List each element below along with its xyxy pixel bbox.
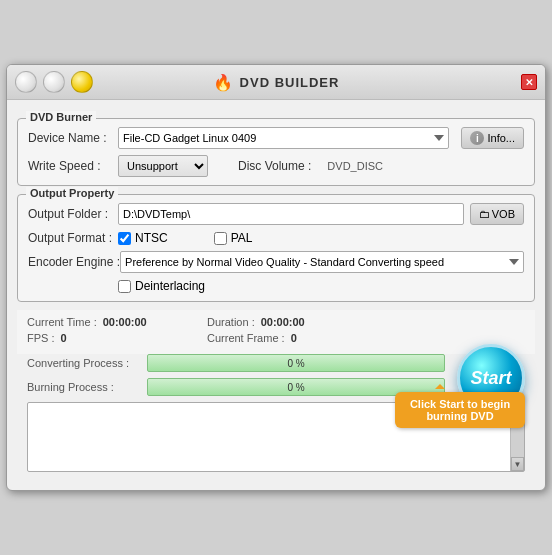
fps-item: FPS : 0 bbox=[27, 332, 187, 344]
ntsc-checkbox[interactable] bbox=[118, 232, 131, 245]
restore-button[interactable] bbox=[71, 71, 93, 93]
current-time-item: Current Time : 00:00:00 bbox=[27, 316, 187, 328]
encoder-row: Preference by Normal Video Quality - Sta… bbox=[120, 251, 524, 273]
deinterlacing-wrap: Deinterlacing bbox=[118, 279, 205, 293]
burning-percent: 0 % bbox=[287, 382, 304, 393]
start-button-container: Start Click Start to begin burning DVD C… bbox=[27, 354, 525, 396]
dvd-burner-title: DVD Burner bbox=[26, 111, 96, 123]
start-btn-outer: Start Click Start to begin burning DVD bbox=[457, 344, 525, 412]
write-speed-label: Write Speed : bbox=[28, 159, 118, 173]
output-folder-input[interactable] bbox=[118, 203, 464, 225]
title-bar-center: 🔥 DVD BUILDER bbox=[213, 73, 340, 92]
device-name-wrap: File-CD Gadget Linux 0409 i Info... bbox=[118, 127, 524, 149]
content-area: DVD Burner Device Name : File-CD Gadget … bbox=[7, 100, 545, 490]
write-speed-row: Write Speed : Unsupport Disc Volume : DV… bbox=[28, 155, 524, 177]
deinterlacing-checkbox[interactable] bbox=[118, 280, 131, 293]
pal-label: PAL bbox=[231, 231, 253, 245]
converting-process-row: Converting Process : 0 % bbox=[27, 354, 525, 372]
scroll-down-button[interactable]: ▼ bbox=[511, 457, 524, 471]
encoder-engine-label: Encoder Engine : bbox=[28, 255, 120, 269]
disc-volume-label: Disc Volume : bbox=[238, 159, 311, 173]
encoder-engine-row: Encoder Engine : Preference by Normal Vi… bbox=[28, 251, 524, 273]
ntsc-wrap: NTSC bbox=[118, 231, 168, 245]
output-property-section: Output Property Output Folder : 🗀 VOB Ou… bbox=[17, 194, 535, 302]
fps-label: FPS : bbox=[27, 332, 55, 344]
deinterlacing-label: Deinterlacing bbox=[135, 279, 205, 293]
fps-value: 0 bbox=[61, 332, 67, 344]
output-folder-row: Output Folder : 🗀 VOB bbox=[28, 203, 524, 225]
pal-checkbox[interactable] bbox=[214, 232, 227, 245]
write-speed-wrap: Unsupport Disc Volume : DVD_DISC bbox=[118, 155, 383, 177]
disc-volume-value: DVD_DISC bbox=[327, 160, 383, 172]
stats-row-2: FPS : 0 Current Frame : 0 bbox=[27, 332, 525, 344]
ntsc-label: NTSC bbox=[135, 231, 168, 245]
output-property-title: Output Property bbox=[26, 187, 118, 199]
encoder-engine-select[interactable]: Preference by Normal Video Quality - Sta… bbox=[120, 251, 524, 273]
title-bar: 🔥 DVD BUILDER ✕ bbox=[7, 65, 545, 100]
main-window: 🔥 DVD BUILDER ✕ DVD Burner Device Name :… bbox=[6, 64, 546, 491]
current-time-label: Current Time : bbox=[27, 316, 97, 328]
output-folder-wrap: 🗀 VOB bbox=[118, 203, 524, 225]
traffic-lights bbox=[15, 71, 93, 93]
device-name-row: Device Name : File-CD Gadget Linux 0409 … bbox=[28, 127, 524, 149]
title-bar-right: ✕ bbox=[521, 74, 537, 90]
deinterlacing-row: Deinterlacing bbox=[118, 279, 524, 293]
duration-label: Duration : bbox=[207, 316, 255, 328]
burning-process-label: Burning Process : bbox=[27, 381, 147, 393]
duration-item: Duration : 00:00:00 bbox=[207, 316, 367, 328]
duration-value: 00:00:00 bbox=[261, 316, 305, 328]
output-format-row: Output Format : NTSC PAL bbox=[28, 231, 524, 245]
minimize-button[interactable] bbox=[15, 71, 37, 93]
output-format-label: Output Format : bbox=[28, 231, 118, 245]
device-name-select[interactable]: File-CD Gadget Linux 0409 bbox=[118, 127, 449, 149]
current-time-value: 00:00:00 bbox=[103, 316, 147, 328]
start-tooltip: Click Start to begin burning DVD bbox=[395, 392, 525, 428]
current-frame-value: 0 bbox=[291, 332, 297, 344]
device-name-label: Device Name : bbox=[28, 131, 118, 145]
format-options: NTSC PAL bbox=[118, 231, 252, 245]
vob-button[interactable]: 🗀 VOB bbox=[470, 203, 524, 225]
close-button[interactable]: ✕ bbox=[521, 74, 537, 90]
converting-progress-bar: 0 % bbox=[147, 354, 445, 372]
folder-icon: 🗀 bbox=[479, 208, 490, 220]
progress-section: Start Click Start to begin burning DVD C… bbox=[17, 354, 535, 396]
output-folder-label: Output Folder : bbox=[28, 207, 118, 221]
write-speed-select[interactable]: Unsupport bbox=[118, 155, 208, 177]
maximize-button[interactable] bbox=[43, 71, 65, 93]
converting-process-label: Converting Process : bbox=[27, 357, 147, 369]
pal-wrap: PAL bbox=[214, 231, 253, 245]
info-button[interactable]: i Info... bbox=[461, 127, 524, 149]
converting-percent: 0 % bbox=[287, 358, 304, 369]
stats-row-1: Current Time : 00:00:00 Duration : 00:00… bbox=[27, 316, 525, 328]
current-frame-label: Current Frame : bbox=[207, 332, 285, 344]
window-title: DVD BUILDER bbox=[240, 75, 340, 90]
info-icon: i bbox=[470, 131, 484, 145]
dvd-burner-section: DVD Burner Device Name : File-CD Gadget … bbox=[17, 118, 535, 186]
current-frame-item: Current Frame : 0 bbox=[207, 332, 367, 344]
flame-icon: 🔥 bbox=[213, 73, 234, 92]
